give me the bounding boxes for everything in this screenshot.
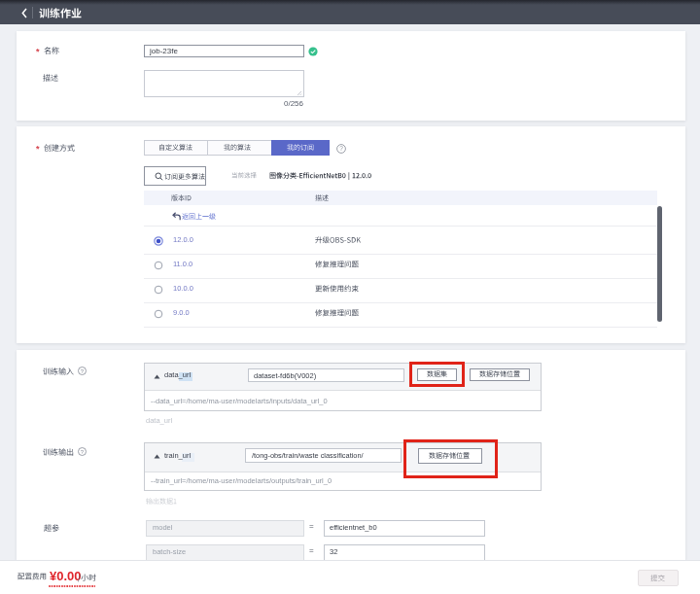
svg-text:?: ? <box>80 448 84 454</box>
svg-text:?: ? <box>339 145 343 152</box>
svg-text:?: ? <box>80 367 84 373</box>
